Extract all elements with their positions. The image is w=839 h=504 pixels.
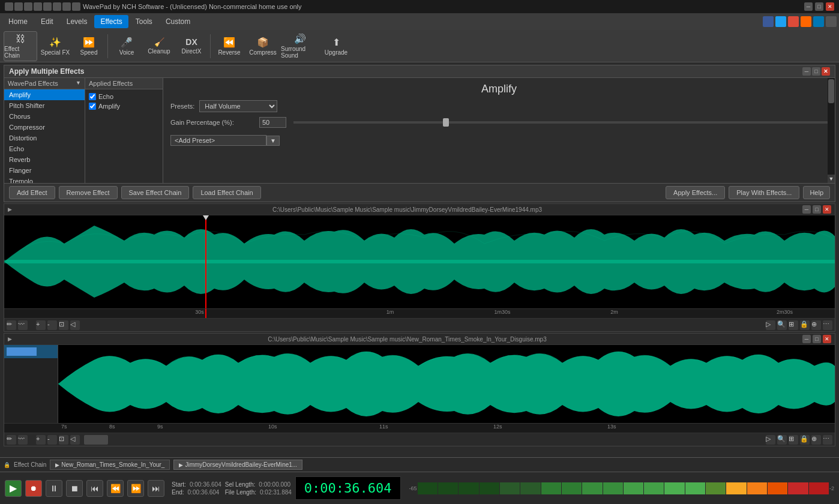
upgrade-button[interactable]: ⬆ Upgrade <box>320 31 352 61</box>
copy-icon[interactable] <box>43 2 52 11</box>
track1-zoom-tool[interactable]: 🔍 <box>777 320 787 330</box>
track2-pencil-tool[interactable]: ✏ <box>7 435 16 445</box>
effect-item-compressor[interactable]: Compressor <box>4 122 85 133</box>
track2-waveform[interactable] <box>4 345 835 423</box>
save-effect-chain-button[interactable]: Save Effect Chain <box>121 186 190 199</box>
record-button[interactable]: ⏺ <box>25 480 42 497</box>
effect-item-distortion[interactable]: Distortion <box>4 133 85 143</box>
effect-item-reverb[interactable]: Reverb <box>4 154 85 165</box>
track2-maximize-button[interactable]: □ <box>813 335 821 343</box>
save-icon[interactable] <box>24 2 32 11</box>
track1-select-tool[interactable]: ⊡ <box>59 320 68 330</box>
play-button[interactable]: ▶ <box>5 480 22 497</box>
menu-custom[interactable]: Custom <box>160 15 196 28</box>
track2-zoom-in[interactable]: + <box>36 435 46 445</box>
undo-icon[interactable] <box>62 2 71 11</box>
close-button[interactable]: ✕ <box>826 2 834 11</box>
track2-close-button[interactable]: ✕ <box>823 335 831 343</box>
track1-wave-tool[interactable]: 〰 <box>18 320 28 330</box>
compress-button[interactable]: 📦 Compress <box>246 31 280 61</box>
add-preset-input[interactable] <box>170 135 266 146</box>
effect-item-amplify[interactable]: Amplify <box>4 89 85 100</box>
track2-zoom-fit[interactable]: ⊞ <box>789 435 798 445</box>
track1-scroll-tool[interactable]: ◁ <box>70 320 80 330</box>
menu-levels[interactable]: Levels <box>61 15 94 28</box>
menu-home[interactable]: Home <box>2 15 34 28</box>
load-effect-chain-button[interactable]: Load Effect Chain <box>193 186 260 199</box>
track1-close-button[interactable]: ✕ <box>823 205 831 214</box>
pause-button[interactable]: ⏸ <box>46 480 62 497</box>
track1-lock-icon[interactable]: 🔒 <box>800 320 810 330</box>
help-button[interactable]: Help <box>803 186 830 199</box>
maximize-button[interactable]: □ <box>815 2 823 11</box>
track2-more[interactable]: ⋯ <box>823 435 832 445</box>
rewind-button[interactable]: ⏪ <box>107 480 124 497</box>
redo-icon[interactable] <box>72 2 80 11</box>
track1-right-arrow[interactable]: ▷ <box>766 320 775 330</box>
gain-slider[interactable] <box>293 121 828 124</box>
track2-zoom-out[interactable]: - <box>47 435 57 445</box>
amplify-checkbox[interactable] <box>89 103 96 110</box>
track2-lock[interactable]: 🔒 <box>800 435 810 445</box>
cut-icon[interactable] <box>34 2 42 11</box>
track1-zoom-fit[interactable]: ⊞ <box>789 320 798 330</box>
track1-more-options[interactable]: ⋯ <box>823 320 832 330</box>
track2-scroll[interactable]: ◁ <box>70 435 80 445</box>
add-effect-button[interactable]: Add Effect <box>9 186 55 199</box>
menu-effects[interactable]: Effects <box>94 15 128 28</box>
special-fx-button[interactable]: ✨ Special FX <box>38 31 72 61</box>
effect-item-tremolo[interactable]: Tremolo <box>4 176 85 183</box>
scrollbar-down-arrow[interactable]: ▼ <box>828 175 835 183</box>
wavepad-effects-list[interactable]: Amplify Pitch Shifter Chorus Compressor … <box>4 89 85 183</box>
track2-wave-tool[interactable]: 〰 <box>18 435 28 445</box>
track2-zoom-plus[interactable]: ⊕ <box>811 435 821 445</box>
stop-button[interactable]: ⏹ <box>66 480 83 497</box>
cleanup-button[interactable]: 🧹 Cleanup <box>143 31 175 61</box>
taskbar-track1-item[interactable]: ▶ JimmyDorseyVmildredBailey-EverMine1... <box>173 460 302 470</box>
track2-scroll-thumb[interactable] <box>84 435 108 445</box>
paste-icon[interactable] <box>53 2 61 11</box>
apply-effects-button[interactable]: Apply Effects... <box>666 186 725 199</box>
track2-select[interactable]: ⊡ <box>59 435 68 445</box>
menu-tools[interactable]: Tools <box>130 15 158 28</box>
effect-item-flanger[interactable]: Flanger <box>4 165 85 176</box>
track1-zoom-plus[interactable]: ⊕ <box>811 320 821 330</box>
effect-item-echo[interactable]: Echo <box>4 143 85 154</box>
track2-zoom-icon[interactable]: 🔍 <box>777 435 787 445</box>
echo-checkbox[interactable] <box>89 93 96 100</box>
settings-scrollbar[interactable]: ▼ <box>828 78 835 183</box>
effect-chain-button[interactable]: ⛓ Effect Chain <box>4 31 37 61</box>
new-icon[interactable] <box>5 2 13 11</box>
speed-button[interactable]: ⏩ Speed <box>73 31 104 61</box>
panel-maximize-button[interactable]: □ <box>812 67 820 76</box>
taskbar-track2-item[interactable]: ▶ New_Roman_Times_Smoke_In_Your_ <box>50 460 170 470</box>
surround-sound-button[interactable]: 🔊 Surround Sound <box>281 31 319 61</box>
fast-forward-button[interactable]: ⏩ <box>127 480 144 497</box>
settings-scrollbar-thumb[interactable] <box>828 79 834 103</box>
open-icon[interactable] <box>14 2 23 11</box>
track2-arrow-right[interactable]: ▷ <box>766 435 775 445</box>
track1-zoom-out-tool[interactable]: - <box>47 320 57 330</box>
track1-waveform[interactable] <box>4 215 835 308</box>
track1-maximize-button[interactable]: □ <box>813 205 821 214</box>
track2-minimize-button[interactable]: ─ <box>802 335 811 343</box>
gain-input[interactable] <box>259 117 286 128</box>
reverse-button[interactable]: ⏪ Reverse <box>214 31 245 61</box>
preset-select[interactable]: Half Volume Double Volume Normalize <box>199 100 277 112</box>
track1-zoom-in-tool[interactable]: + <box>36 320 46 330</box>
panel-minimize-button[interactable]: ─ <box>802 67 811 76</box>
skip-back-button[interactable]: ⏮ <box>86 480 103 497</box>
directx-button[interactable]: DX DirectX <box>176 31 207 61</box>
panel-close-button[interactable]: ✕ <box>822 67 830 76</box>
minimize-button[interactable]: ─ <box>804 2 813 11</box>
remove-effect-button[interactable]: Remove Effect <box>59 186 118 199</box>
voice-button[interactable]: 🎤 Voice <box>111 31 142 61</box>
effect-item-chorus[interactable]: Chorus <box>4 111 85 122</box>
play-with-effects-button[interactable]: Play With Effects... <box>729 186 799 199</box>
effect-item-pitch-shifter[interactable]: Pitch Shifter <box>4 100 85 111</box>
menu-edit[interactable]: Edit <box>35 15 59 28</box>
track1-pencil-tool[interactable]: ✏ <box>7 320 16 330</box>
track1-minimize-button[interactable]: ─ <box>802 205 811 214</box>
add-preset-arrow-button[interactable]: ▼ <box>266 136 280 146</box>
gain-slider-thumb[interactable] <box>443 118 449 127</box>
